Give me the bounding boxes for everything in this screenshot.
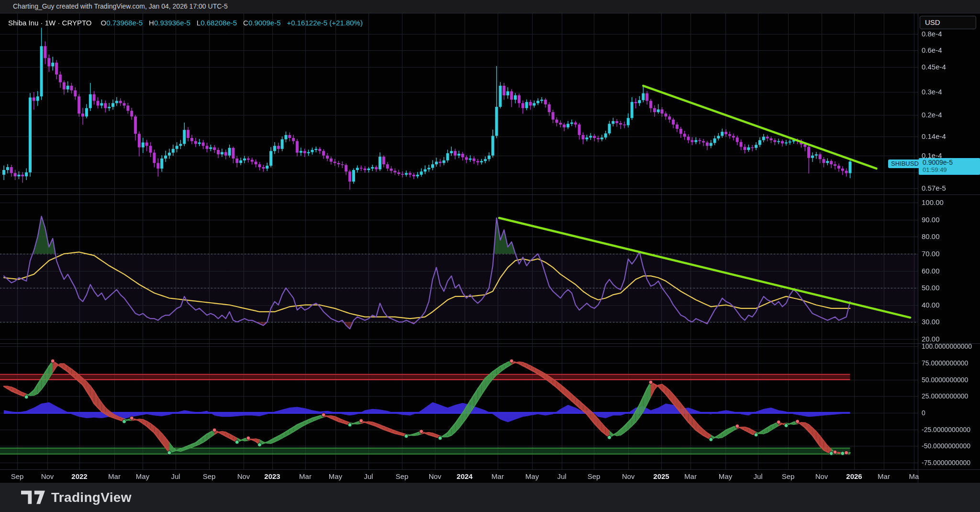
chart-canvas[interactable] [0,0,980,512]
last-price-label: 0.9009e-5 01:59:49 [919,158,980,175]
attribution-bar: Charting_Guy created with TradingView.co… [0,0,980,13]
change-value: +0.16122e-5 (+21.80%) [287,19,363,27]
symbol-legend: Shiba Inu · 1W · CRYPTO O0.73968e-5 H0.9… [8,19,363,27]
price-axis[interactable] [918,13,980,469]
attribution-text: Charting_Guy created with TradingView.co… [13,2,228,10]
ohlc-close: C0.9009e-5 [243,19,280,27]
symbol-title[interactable]: Shiba Inu · 1W · CRYPTO [8,19,92,27]
ohlc-high: H0.93936e-5 [149,19,190,27]
ohlc-low: L0.68208e-5 [197,19,237,27]
currency-toggle-button[interactable]: USD [920,16,976,29]
time-axis[interactable] [0,469,918,483]
last-price-value: 0.9009e-5 [923,159,980,166]
tradingview-chart-window: { "meta": { "attribution": "Charting_Guy… [0,0,980,512]
bar-countdown: 01:59:49 [923,166,980,174]
ohlc-open: O0.73968e-5 [101,19,143,27]
tradingview-logo-icon[interactable] [21,490,45,505]
tradingview-wordmark[interactable]: TradingView [51,490,132,505]
footer-bar: TradingView [0,483,980,512]
symbol-price-flag: SHIBUSD [888,159,922,168]
